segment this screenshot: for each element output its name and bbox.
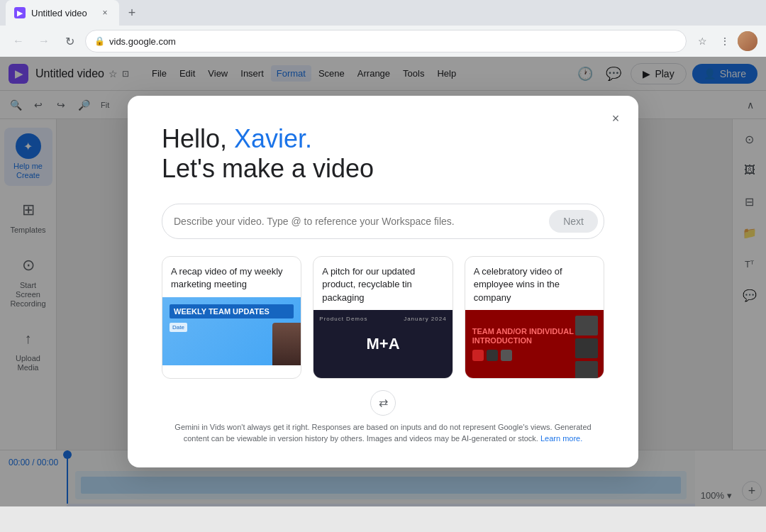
app-container: ▶ Untitled video ☆ ⊡ File Edit View Inse… xyxy=(0,57,766,506)
product-date-text: January 2024 xyxy=(404,316,446,322)
product-label-text: Product Demos xyxy=(319,316,367,322)
weekly-person-image xyxy=(272,323,301,365)
weekly-thumb-bg: WEEKLY TEAM UPDATES Date xyxy=(162,297,301,365)
tab-favicon: ▶ xyxy=(14,7,26,18)
team-box-3 xyxy=(501,350,512,361)
greeting-subtitle: Let's make a video xyxy=(162,154,604,184)
team-box-1 xyxy=(472,350,484,361)
portrait-1 xyxy=(575,316,598,336)
card-title-team: A celebratory video of employee wins in … xyxy=(465,257,604,310)
shuffle-row: ⇄ xyxy=(162,390,604,416)
team-thumb-bg: TEAM AND/OR INDIVIDUAL INTRODUCTION xyxy=(465,310,604,378)
card-thumb-weekly: WEEKLY TEAM UPDATES Date xyxy=(162,297,301,365)
profile-avatar[interactable] xyxy=(738,31,757,51)
address-bar-row: ← → ↻ 🔒 vids.google.com ☆ ⋮ xyxy=(0,26,766,57)
prompt-input-row[interactable]: Next xyxy=(162,204,604,239)
portrait-2 xyxy=(575,338,598,358)
product-thumb-bg: Product Demos January 2024 M+A xyxy=(313,310,452,378)
ai-create-modal: × Hello, Xavier. Let's make a video Next… xyxy=(128,96,638,467)
portrait-3 xyxy=(575,361,598,378)
shuffle-button[interactable]: ⇄ xyxy=(370,390,396,416)
next-button[interactable]: Next xyxy=(549,210,598,233)
more-icon[interactable]: ⋮ xyxy=(715,31,735,51)
tab-title: Untitled video xyxy=(31,8,87,18)
greeting-hello: Hello, Xavier. xyxy=(162,124,604,154)
greeting-hello-plain: Hello, xyxy=(162,124,234,153)
address-text: vids.google.com xyxy=(109,36,176,47)
modal-overlay: × Hello, Xavier. Let's make a video Next… xyxy=(0,57,766,506)
bookmark-icon[interactable]: ☆ xyxy=(692,31,712,51)
back-button[interactable]: ← xyxy=(9,31,28,51)
video-card-weekly[interactable]: A recap video of my weekly marketing mee… xyxy=(162,256,301,379)
card-title-product: A pitch for our updated product, recycla… xyxy=(313,257,452,310)
video-cards-container: A recap video of my weekly marketing mee… xyxy=(162,256,604,379)
video-card-product[interactable]: A pitch for our updated product, recycla… xyxy=(313,256,453,379)
refresh-button[interactable]: ↻ xyxy=(60,31,79,51)
card-thumb-product: Product Demos January 2024 M+A xyxy=(313,310,452,378)
forward-button[interactable]: → xyxy=(34,31,54,51)
modal-close-button[interactable]: × xyxy=(604,107,627,130)
shuffle-icon: ⇄ xyxy=(379,396,388,409)
new-tab-button[interactable]: + xyxy=(122,3,142,23)
disclaimer-text: Gemini in Vids won't always get it right… xyxy=(162,421,604,445)
card-thumb-team: TEAM AND/OR INDIVIDUAL INTRODUCTION xyxy=(465,310,604,378)
team-box-2 xyxy=(487,350,498,361)
lock-icon: 🔒 xyxy=(94,36,105,46)
team-portraits xyxy=(575,316,598,378)
weekly-date-text: Date xyxy=(170,323,187,332)
greeting-name: Xavier. xyxy=(234,124,312,153)
prompt-input[interactable] xyxy=(174,216,549,227)
weekly-header-text: WEEKLY TEAM UPDATES xyxy=(170,304,294,318)
active-tab[interactable]: ▶ Untitled video × xyxy=(6,0,119,26)
product-brand-text: M+A xyxy=(366,335,399,353)
video-card-team[interactable]: A celebratory video of employee wins in … xyxy=(465,256,604,379)
modal-greeting: Hello, Xavier. Let's make a video xyxy=(162,124,604,184)
browser-toolbar-icons: ☆ ⋮ xyxy=(692,31,757,51)
learn-more-link[interactable]: Learn more. xyxy=(540,434,582,443)
tab-close-button[interactable]: × xyxy=(99,7,111,18)
card-title-weekly: A recap video of my weekly marketing mee… xyxy=(162,257,301,297)
address-bar[interactable]: 🔒 vids.google.com xyxy=(85,30,687,52)
